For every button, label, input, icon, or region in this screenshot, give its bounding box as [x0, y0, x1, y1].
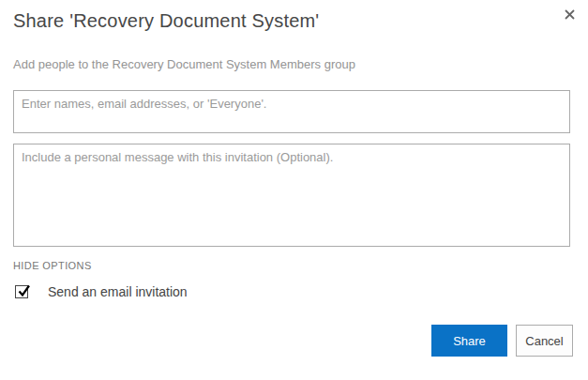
share-dialog: Share 'Recovery Document System' Add peo… — [0, 0, 588, 380]
hide-options-toggle[interactable]: HIDE OPTIONS — [13, 260, 92, 271]
dialog-title: Share 'Recovery Document System' — [13, 10, 319, 32]
cancel-button[interactable]: Cancel — [516, 325, 573, 357]
dialog-subtitle: Add people to the Recovery Document Syst… — [13, 57, 355, 71]
share-button[interactable]: Share — [431, 325, 507, 357]
send-email-invitation-option[interactable]: Send an email invitation — [15, 284, 188, 299]
send-email-checkbox[interactable] — [15, 285, 28, 298]
personal-message-input[interactable] — [13, 144, 570, 247]
people-picker-input[interactable] — [13, 90, 570, 133]
close-icon — [565, 9, 575, 20]
send-email-checkbox-label: Send an email invitation — [48, 284, 188, 299]
close-button[interactable] — [561, 6, 578, 23]
